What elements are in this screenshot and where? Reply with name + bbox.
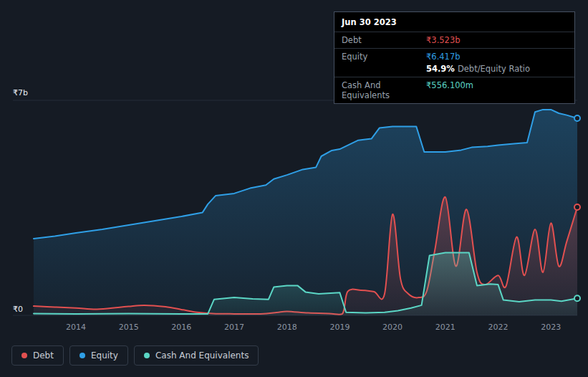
- tooltip-cash-label: Cash And Equivalents: [342, 80, 426, 100]
- legend-item-cash-and-equivalents[interactable]: Cash And Equivalents: [134, 345, 259, 366]
- tooltip-cash-value: ₹556.100m: [426, 80, 473, 90]
- debt-end-marker: [574, 204, 580, 210]
- tooltip-row-equity: Equity ₹6.417b 54.9%Debt/Equity Ratio: [334, 49, 574, 77]
- debt-equity-history-panel: ₹7b ₹0 201420152016201720182019202020212…: [0, 0, 588, 377]
- y-axis-max-label: ₹7b: [13, 88, 28, 97]
- tooltip-date: Jun 30 2023: [334, 12, 574, 32]
- x-axis-label: 2019: [329, 323, 350, 332]
- chart-legend: Debt Equity Cash And Equivalents: [11, 345, 259, 366]
- x-axis-label: 2014: [66, 323, 86, 332]
- x-axis-label: 2016: [171, 323, 191, 332]
- chart-tooltip: Jun 30 2023 Debt ₹3.523b Equity ₹6.417b …: [334, 11, 575, 104]
- equity-series-dot-icon: [79, 353, 85, 358]
- tooltip-equity-label: Equity: [342, 52, 426, 62]
- tooltip-debt-label: Debt: [342, 35, 426, 45]
- legend-debt-label: Debt: [33, 350, 54, 361]
- x-axis-label: 2020: [382, 323, 403, 332]
- x-axis-label: 2023: [541, 323, 561, 332]
- tooltip-ratio-label: Debt/Equity Ratio: [458, 64, 530, 74]
- tooltip-row-cash: Cash And Equivalents ₹556.100m: [334, 77, 574, 103]
- x-axis-label: 2017: [224, 323, 244, 332]
- equity-end-marker: [574, 115, 580, 121]
- legend-equity-label: Equity: [91, 350, 118, 361]
- tooltip-equity-value: ₹6.417b: [426, 52, 530, 62]
- cash-and-equivalents-end-marker: [574, 295, 580, 301]
- legend-item-debt[interactable]: Debt: [11, 345, 64, 366]
- cash-series-dot-icon: [144, 353, 150, 358]
- tooltip-debt-value: ₹3.523b: [426, 35, 461, 45]
- x-axis-label: 2018: [277, 323, 297, 332]
- x-axis-label: 2021: [435, 323, 456, 332]
- x-axis-label: 2015: [119, 323, 139, 332]
- tooltip-debt-equity-ratio: 54.9%Debt/Equity Ratio: [426, 64, 530, 74]
- x-axis: 2014201520162017201820192020202120222023: [0, 323, 588, 334]
- tooltip-ratio-value: 54.9%: [426, 64, 455, 74]
- x-axis-label: 2022: [488, 323, 508, 332]
- debt-series-dot-icon: [21, 353, 27, 358]
- y-axis-zero-label: ₹0: [13, 305, 23, 314]
- legend-cash-label: Cash And Equivalents: [155, 350, 249, 361]
- legend-item-equity[interactable]: Equity: [69, 345, 128, 366]
- tooltip-row-debt: Debt ₹3.523b: [334, 32, 574, 49]
